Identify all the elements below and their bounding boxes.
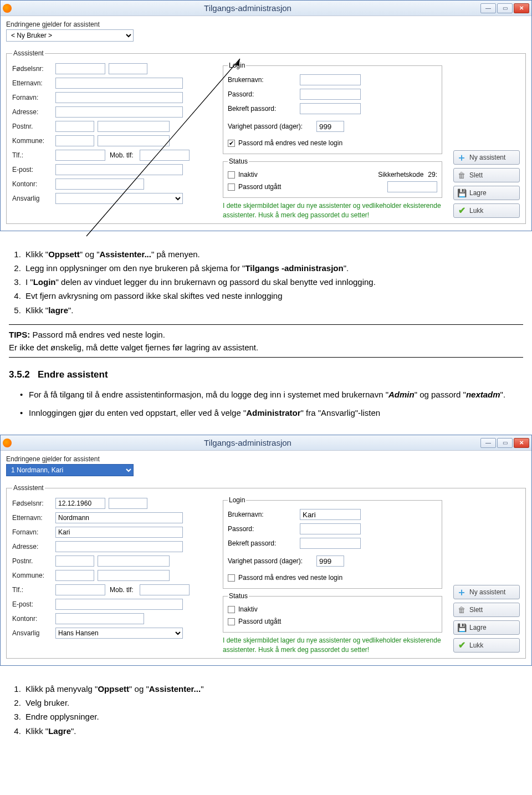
etternavn-input[interactable] xyxy=(55,78,183,89)
tips-box: TIPS: Passord må endres ved neste login.… xyxy=(9,324,523,358)
step-1: Klikk på menyvalg "Oppsett" og "Assisten… xyxy=(23,682,523,695)
save-icon: 💾 xyxy=(457,188,466,197)
status-legend: Status xyxy=(228,157,249,165)
kontonr-input[interactable] xyxy=(55,179,144,190)
passord-utgatt-checkbox[interactable] xyxy=(228,184,235,191)
passord-input[interactable] xyxy=(300,89,361,100)
maximize-button[interactable]: ▭ xyxy=(497,438,513,448)
bekreft-passord-input[interactable] xyxy=(300,103,361,114)
trash-icon: 🗑 xyxy=(457,171,466,180)
kommune-input[interactable] xyxy=(55,570,94,581)
sikkerhetskode-input[interactable] xyxy=(387,181,437,192)
mob-label: Mob. tlf: xyxy=(105,151,140,159)
assistant-legend: Asssistent xyxy=(12,484,45,492)
status-fieldset: Status Inaktiv Passord utgått xyxy=(223,592,442,633)
brukernavn-input[interactable] xyxy=(300,74,361,85)
trash-icon: 🗑 xyxy=(457,605,466,614)
fodselsnr-input-2[interactable] xyxy=(109,498,147,509)
assistant-fieldset: Asssistent Fødselsnr: Etternavn: Fornavn… xyxy=(6,484,526,659)
close-panel-button[interactable]: ✔Lukk xyxy=(453,638,520,653)
access-admin-window-2: Tilgangs-administrasjon — ▭ ✕ Endringene… xyxy=(0,435,532,666)
epost-input[interactable] xyxy=(55,164,183,175)
close-button[interactable]: ✕ xyxy=(514,438,529,448)
step-1: Klikk "Oppsett" og "Assistenter..." på m… xyxy=(23,248,523,261)
plus-icon: ＋ xyxy=(457,153,466,162)
change-password-checkbox[interactable]: ✔ xyxy=(228,140,235,147)
instructions-block-1: Klikk "Oppsett" og "Assistenter..." på m… xyxy=(0,242,532,435)
adresse-input[interactable] xyxy=(55,106,183,118)
maximize-button[interactable]: ▭ xyxy=(497,3,513,13)
applies-to-label: Endringene gjelder for assistent xyxy=(6,455,526,463)
status-fieldset: Status Inaktiv Sikkerhetskode29: Passord… xyxy=(223,157,442,198)
kommune-name-input[interactable] xyxy=(98,570,170,581)
fornavn-input[interactable] xyxy=(55,92,183,103)
kontonr-input[interactable] xyxy=(55,613,144,624)
ansvarlig-label: Ansvarlig xyxy=(12,195,55,202)
adresse-input[interactable] xyxy=(55,541,183,552)
mob-input[interactable] xyxy=(140,584,190,595)
section-heading: 3.5.2 Endre assistent xyxy=(9,368,523,382)
kommune-name-input[interactable] xyxy=(98,135,170,146)
change-password-checkbox[interactable] xyxy=(228,574,235,582)
bekreft-passord-label: Bekreft passord: xyxy=(228,105,300,113)
adresse-label: Adresse: xyxy=(12,108,55,116)
fodselsnr-input[interactable] xyxy=(55,498,105,509)
app-icon xyxy=(3,439,12,447)
window-buttons: — ▭ ✕ xyxy=(480,3,529,13)
save-button[interactable]: 💾Lagre xyxy=(453,620,520,635)
kontonr-label: Kontonr: xyxy=(12,180,55,188)
kommune-input[interactable] xyxy=(55,135,94,146)
bullet-2: Innloggingen gjør du enten ved oppstart,… xyxy=(20,406,523,419)
ansvarlig-select[interactable]: Hans Hansen xyxy=(55,628,183,639)
poststed-input[interactable] xyxy=(98,556,170,567)
new-assistant-button[interactable]: ＋Ny assistent xyxy=(453,585,520,599)
varighet-input[interactable] xyxy=(316,121,344,132)
tlf-input[interactable] xyxy=(55,584,105,595)
minimize-button[interactable]: — xyxy=(480,3,496,13)
passord-utgatt-label: Passord utgått xyxy=(238,183,281,191)
close-button[interactable]: ✕ xyxy=(514,3,529,13)
fodselsnr-label: Fødselsnr: xyxy=(12,65,55,73)
etternavn-label: Etternavn: xyxy=(12,79,55,87)
fodselsnr-input[interactable] xyxy=(55,63,105,74)
plus-icon: ＋ xyxy=(457,588,466,597)
sikkerhetskode-num: 29: xyxy=(428,171,437,179)
user-select[interactable]: 1 Nordmann, Kari xyxy=(6,464,134,476)
assistant-left-column: Fødselsnr: Etternavn: Fornavn: Adresse: … xyxy=(12,62,212,220)
save-icon: 💾 xyxy=(457,623,466,632)
brukernavn-input[interactable] xyxy=(300,509,361,520)
step-3: Endre opplysninger. xyxy=(23,710,523,723)
user-select[interactable]: < Ny Bruker > xyxy=(6,29,134,42)
check-icon: ✔ xyxy=(457,206,466,215)
new-assistant-button[interactable]: ＋Ny assistent xyxy=(453,150,520,165)
passord-utgatt-checkbox[interactable] xyxy=(228,618,235,625)
fodselsnr-input-2[interactable] xyxy=(109,63,147,74)
save-button[interactable]: 💾Lagre xyxy=(453,186,520,200)
ansvarlig-select[interactable] xyxy=(55,193,183,204)
varighet-input[interactable] xyxy=(316,556,344,567)
titlebar: Tilgangs-administrasjon — ▭ ✕ xyxy=(1,1,531,16)
etternavn-input[interactable] xyxy=(55,512,183,523)
passord-input[interactable] xyxy=(300,523,361,534)
postnr-input[interactable] xyxy=(55,556,94,567)
poststed-input[interactable] xyxy=(98,121,170,132)
step-4: Klikk "Lagre". xyxy=(23,725,523,737)
assistant-fieldset: Asssistent Fødselsnr: Etternavn: Fornavn… xyxy=(6,49,526,224)
inaktiv-checkbox[interactable] xyxy=(228,606,235,613)
sikkerhetskode-label: Sikkerhetskode xyxy=(378,171,423,179)
delete-button[interactable]: 🗑Slett xyxy=(453,168,520,182)
delete-button[interactable]: 🗑Slett xyxy=(453,603,520,617)
close-panel-button[interactable]: ✔Lukk xyxy=(453,203,520,218)
assistant-legend: Asssistent xyxy=(12,49,45,57)
check-icon: ✔ xyxy=(457,641,466,650)
postnr-input[interactable] xyxy=(55,121,94,132)
bekreft-passord-input[interactable] xyxy=(300,538,361,549)
inaktiv-checkbox[interactable] xyxy=(228,171,235,179)
info-note: I dette skjermbildet lager du nye assist… xyxy=(223,636,442,655)
login-legend: Login xyxy=(228,62,246,69)
fornavn-input[interactable] xyxy=(55,527,183,538)
minimize-button[interactable]: — xyxy=(480,438,496,448)
epost-input[interactable] xyxy=(55,599,183,610)
tlf-input[interactable] xyxy=(55,150,105,161)
mob-input[interactable] xyxy=(140,150,190,161)
